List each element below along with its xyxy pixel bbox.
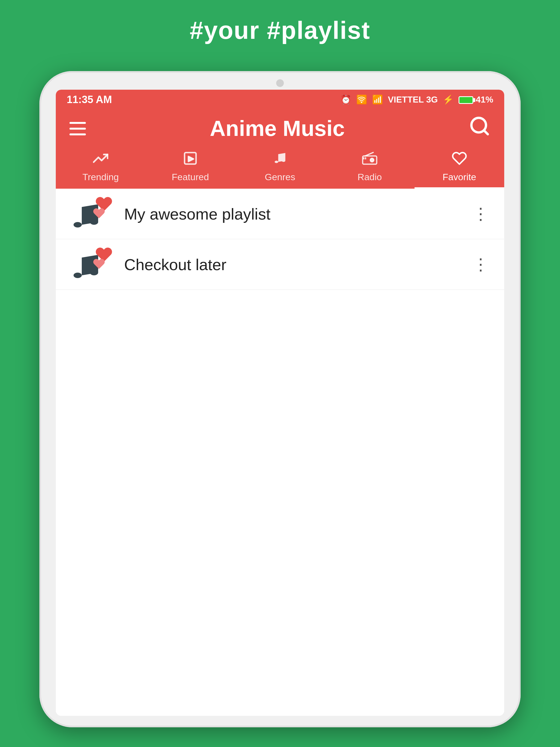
tab-genres-label: Genres [265,172,295,182]
tab-featured[interactable]: Featured [146,148,235,189]
svg-line-1 [484,130,488,134]
playlist-name-2: Checkout later [124,255,470,274]
alarm-icon: ⏰ [340,94,351,105]
status-time: 11:35 AM [67,94,112,106]
tab-radio[interactable]: Radio [325,148,414,189]
wifi-icon: 🛜 [356,94,367,105]
app-title: Anime Music [210,116,345,141]
featured-icon [183,151,198,170]
tab-radio-label: Radio [358,172,382,182]
tab-favorite[interactable]: Favorite [414,148,504,189]
content-area: My awesome playlist ⋮ [56,189,504,716]
playlist-icon-1 [70,195,113,233]
signal-icon: 📶 [372,94,383,105]
lightning-icon: ⚡ [443,94,454,105]
search-icon[interactable] [469,115,490,142]
svg-point-4 [370,158,374,162]
trending-icon [93,151,108,170]
tab-genres[interactable]: Genres [235,148,325,189]
page-wrapper: #your #playlist 11:35 AM ⏰ 🛜 📶 VIETTEL 3… [0,0,560,67]
more-button-1[interactable]: ⋮ [470,204,490,223]
tab-trending[interactable]: Trending [56,148,146,189]
hamburger-line-2 [70,128,86,130]
playlist-item-2[interactable]: Checkout later ⋮ [56,239,504,290]
genres-icon [273,151,287,170]
status-bar-right: ⏰ 🛜 📶 VIETTEL 3G ⚡ 41% [340,94,493,105]
battery-label: 41% [459,95,493,105]
more-button-2[interactable]: ⋮ [470,255,490,274]
carrier-label: VIETTEL 3G [388,95,438,105]
radio-icon [361,151,378,170]
hamburger-button[interactable] [70,122,86,135]
tab-trending-label: Trending [82,172,119,182]
hamburger-line-1 [70,122,86,124]
playlist-icon-2 [70,245,113,284]
nav-tabs: Trending Featured [56,148,504,189]
playlist-name-1: My awesome playlist [124,205,470,223]
hamburger-line-3 [70,133,86,135]
tablet-screen: 11:35 AM ⏰ 🛜 📶 VIETTEL 3G ⚡ 41% [56,90,504,716]
tab-favorite-label: Favorite [443,172,476,182]
tablet-camera [276,79,284,87]
battery-bar [459,96,473,104]
playlist-item-1[interactable]: My awesome playlist ⋮ [56,189,504,239]
page-headline: #your #playlist [0,0,560,67]
favorite-icon [452,151,467,170]
tablet-frame: 11:35 AM ⏰ 🛜 📶 VIETTEL 3G ⚡ 41% [40,71,520,727]
app-header: Anime Music [56,109,504,148]
status-bar: 11:35 AM ⏰ 🛜 📶 VIETTEL 3G ⚡ 41% [56,90,504,109]
tab-featured-label: Featured [172,172,209,182]
